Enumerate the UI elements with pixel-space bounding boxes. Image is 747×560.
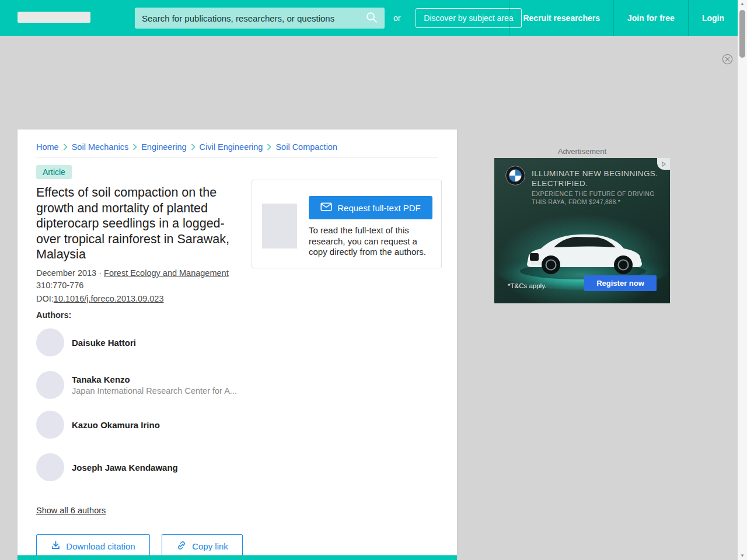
- chevron-right-icon: [63, 144, 68, 150]
- volume-pages: 310:770-776: [36, 279, 242, 292]
- authors-list: Daisuke Hattori Tanaka Kenzo Japan Inter…: [36, 328, 242, 496]
- register-now-button[interactable]: Register now: [584, 275, 657, 291]
- scrollbar-thumb[interactable]: [739, 10, 745, 58]
- breadcrumb-soil-compaction[interactable]: Soil Compaction: [275, 142, 337, 152]
- bmw-logo-icon: [505, 166, 525, 186]
- request-description: To read the full-text of this research, …: [309, 225, 434, 258]
- journal-link[interactable]: Forest Ecology and Management: [104, 268, 229, 278]
- divider: [36, 158, 438, 158]
- author-row[interactable]: Tanaka Kenzo Japan International Researc…: [36, 371, 242, 399]
- ad-subline-line1: EXPERIENCE THE FUTURE OF DRIVING: [532, 190, 655, 198]
- author-name[interactable]: Daisuke Hattori: [72, 338, 136, 348]
- avatar[interactable]: [36, 453, 64, 481]
- author-row[interactable]: Kazuo Okamura Irino: [36, 411, 242, 439]
- copy-link-label: Copy link: [192, 541, 228, 551]
- document-thumbnail: [262, 204, 297, 249]
- request-fulltext-pdf-button[interactable]: Request full-text PDF: [309, 196, 432, 219]
- breadcrumb-engineering[interactable]: Engineering: [141, 142, 186, 152]
- chevron-right-icon: [267, 144, 271, 150]
- download-icon: [51, 540, 61, 552]
- author-name[interactable]: Joseph Jawa Kendawang: [72, 463, 178, 473]
- meta-dot: ·: [99, 268, 102, 278]
- ad-headline-line1: ILLUMINATE NEW BEGINNINGS.: [532, 169, 658, 178]
- avatar[interactable]: [36, 411, 64, 439]
- download-citation-button[interactable]: Download citation: [36, 534, 150, 558]
- ad-terms: *T&Cs apply.: [508, 282, 546, 289]
- copy-link-button[interactable]: Copy link: [162, 534, 243, 558]
- nav-join-for-free[interactable]: Join for free: [613, 0, 688, 36]
- author-row[interactable]: Daisuke Hattori: [36, 328, 242, 356]
- search-icon: [365, 11, 378, 26]
- download-citation-label: Download citation: [66, 541, 135, 551]
- breadcrumb-home[interactable]: Home: [36, 142, 59, 152]
- link-icon: [176, 540, 187, 552]
- envelope-icon: [320, 202, 332, 213]
- bmw-advertisement[interactable]: ILLUMINATE NEW BEGINNINGS. ELECTRIFIED. …: [494, 158, 670, 303]
- scrollbar-up-arrow-icon[interactable]: ▲: [738, 0, 747, 8]
- search-input[interactable]: [135, 8, 385, 29]
- author-name[interactable]: Tanaka Kenzo: [72, 374, 237, 384]
- nav-login[interactable]: Login: [688, 0, 738, 36]
- request-fulltext-card: Request full-text PDF To read the full-t…: [252, 180, 442, 268]
- next-section-bar: [18, 555, 457, 560]
- banner-close-button[interactable]: [722, 54, 733, 65]
- avatar[interactable]: [36, 328, 64, 356]
- author-affiliation: Japan International Research Center for …: [72, 386, 237, 396]
- doi-label: DOI:: [36, 294, 54, 303]
- or-label: or: [393, 0, 400, 36]
- scrollbar-down-arrow-icon[interactable]: ▼: [738, 552, 747, 560]
- ad-headline-line2: ELECTRIFIED.: [532, 178, 658, 188]
- search-button[interactable]: [361, 10, 382, 26]
- article-type-badge: Article: [36, 165, 72, 179]
- article-title: Effects of soil compaction on the growth…: [36, 185, 242, 262]
- publication-date-line: December 2013 · Forest Ecology and Manag…: [36, 267, 242, 279]
- ad-headline: ILLUMINATE NEW BEGINNINGS. ELECTRIFIED.: [532, 169, 658, 188]
- request-fulltext-label: Request full-text PDF: [337, 203, 421, 213]
- breadcrumb: Home Soil Mechanics Engineering Civil En…: [36, 142, 337, 152]
- breadcrumb-soil-mechanics[interactable]: Soil Mechanics: [72, 142, 129, 152]
- header-nav: Recruit researchers Join for free Login: [509, 0, 738, 36]
- chevron-right-icon: [132, 144, 137, 150]
- page-scrollbar[interactable]: ▲ ▼: [738, 0, 747, 560]
- breadcrumb-civil-engineering[interactable]: Civil Engineering: [200, 142, 263, 152]
- article-meta: December 2013 · Forest Ecology and Manag…: [36, 267, 242, 305]
- avatar[interactable]: [36, 371, 64, 399]
- site-logo[interactable]: [18, 12, 90, 23]
- author-name[interactable]: Kazuo Okamura Irino: [72, 420, 160, 430]
- nav-recruit-researchers[interactable]: Recruit researchers: [509, 0, 613, 36]
- publication-date: December 2013: [36, 268, 96, 278]
- search-bar: [135, 8, 385, 29]
- page: or Discover by subject area Recruit rese…: [0, 0, 747, 560]
- article-actions: Download citation Copy link: [36, 534, 243, 558]
- article-card: Home Soil Mechanics Engineering Civil En…: [18, 130, 457, 560]
- chevron-right-icon: [191, 144, 196, 150]
- authors-label: Authors:: [36, 310, 71, 320]
- top-navbar: or Discover by subject area Recruit rese…: [0, 0, 747, 36]
- doi-link[interactable]: 10.1016/j.foreco.2013.09.023: [54, 294, 164, 303]
- show-all-authors-link[interactable]: Show all 6 authors: [36, 506, 106, 515]
- author-row[interactable]: Joseph Jawa Kendawang: [36, 453, 242, 481]
- advertisement-label: Advertisement: [494, 147, 670, 156]
- discover-by-subject-button[interactable]: Discover by subject area: [416, 8, 522, 28]
- adchoices-icon[interactable]: [657, 158, 670, 170]
- doi-line: DOI:10.1016/j.foreco.2013.09.023: [36, 293, 242, 305]
- close-icon: [722, 58, 733, 66]
